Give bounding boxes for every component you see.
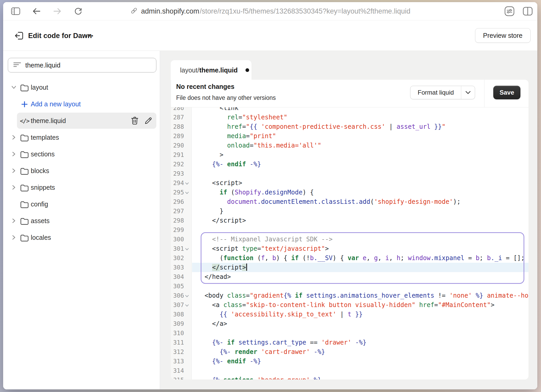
folder-icon	[20, 83, 29, 92]
line-number: 310	[171, 328, 192, 338]
code-line-293[interactable]: 293	[171, 169, 528, 178]
code-text: <!-- Mixpanel Javascript SDK -->	[192, 235, 528, 244]
code-line-299[interactable]: 299	[171, 225, 528, 235]
file-tree: layoutAdd a new layout</>theme.liquidtem…	[3, 79, 160, 246]
pencil-icon[interactable]	[144, 117, 152, 125]
code-line-290[interactable]: 290 onload="this.media='all'"	[171, 141, 528, 150]
code-line-297[interactable]: 297 }	[171, 206, 528, 216]
line-number: 287	[171, 113, 192, 122]
sidebar-folder-snippets[interactable]: snippets	[3, 179, 160, 196]
code-line-287[interactable]: 287 rel="stylesheet"	[171, 113, 528, 122]
sidebar-folder-layout[interactable]: layout	[3, 79, 160, 96]
code-line-288[interactable]: 288 href="{{ 'component-predictive-searc…	[171, 122, 528, 131]
chevron-right-icon[interactable]	[10, 217, 17, 224]
chevron-right-icon[interactable]	[10, 184, 17, 191]
save-button[interactable]: Save	[493, 86, 520, 99]
code-line-303[interactable]: 303 </script>	[171, 263, 528, 272]
format-liquid-label: Format liquid	[410, 89, 461, 96]
sidebar-item-label: templates	[31, 129, 59, 145]
sidebar-folder-blocks[interactable]: blocks	[3, 163, 160, 179]
code-line-286[interactable]: 286 <link	[171, 107, 528, 113]
editor-main: layout/theme.liquid No recent changes Fi…	[160, 51, 537, 389]
sidebar-item-label: theme.liquid	[31, 113, 66, 129]
split-view-icon[interactable]	[522, 6, 533, 16]
sidebar-folder-config[interactable]: config	[3, 196, 160, 213]
sidebar-folder-templates[interactable]: templates	[3, 129, 160, 146]
line-number: 292	[171, 160, 192, 169]
line-number: 305	[171, 281, 192, 291]
back-icon[interactable]	[31, 6, 42, 16]
code-line-309[interactable]: 309 </a>	[171, 319, 528, 328]
chevron-right-icon[interactable]	[10, 167, 17, 174]
code-text	[192, 328, 528, 338]
file-search[interactable]	[8, 58, 156, 72]
chevron-down-icon[interactable]	[461, 86, 475, 99]
code-editor[interactable]: 286 <link287 rel="stylesheet"288 href="{…	[171, 107, 528, 379]
code-line-314[interactable]: 314	[171, 366, 528, 375]
sidebar-item-label: layout	[31, 79, 48, 95]
version-status-bar: No recent changes File does not have any…	[171, 80, 528, 107]
code-line-298[interactable]: 298 </script>	[171, 216, 528, 225]
chevron-right-icon[interactable]	[10, 234, 17, 241]
forward-icon[interactable]	[52, 6, 63, 16]
trash-icon[interactable]	[131, 117, 139, 125]
code-text: {{ 'accessibility.skip_to_text' | t }}	[192, 310, 528, 319]
sidebar-file-theme-liquid[interactable]: </>theme.liquid	[3, 113, 160, 129]
code-line-301[interactable]: 301 <script type="text/javascript">	[171, 244, 528, 253]
code-line-313[interactable]: 313 {%- endif -%}	[171, 357, 528, 366]
code-line-295[interactable]: 295 if (Shopify.designMode) {	[171, 188, 528, 197]
format-liquid-button[interactable]: Format liquid	[410, 86, 475, 99]
code-line-305[interactable]: 305	[171, 281, 528, 291]
url-path: /store/rzq1xu-f5/themes/132683530345?key…	[200, 7, 410, 15]
preview-store-button[interactable]: Preview store	[475, 28, 531, 43]
code-line-292[interactable]: 292 {%- endif -%}	[171, 160, 528, 169]
code-line-304[interactable]: 304 </head>	[171, 272, 528, 281]
code-line-291[interactable]: 291 >	[171, 150, 528, 160]
line-number: 300	[171, 235, 192, 244]
code-lines: 286 <link287 rel="stylesheet"288 href="{…	[171, 107, 528, 379]
code-line-307[interactable]: 307 <a class="skip-to-content-link butto…	[171, 300, 528, 310]
code-line-306[interactable]: 306 <body class="gradient{% if settings.…	[171, 291, 528, 300]
code-line-312[interactable]: 312 {%- render 'cart-drawer' -%}	[171, 347, 528, 357]
folder-icon	[20, 200, 29, 209]
code-text: }	[192, 206, 528, 216]
chevron-down-icon[interactable]	[10, 84, 17, 91]
sidebar-folder-sections[interactable]: sections	[3, 146, 160, 163]
reload-icon[interactable]	[73, 6, 83, 16]
line-number: 311	[171, 338, 192, 347]
exit-editor-icon[interactable]	[14, 30, 24, 41]
search-input[interactable]	[25, 62, 140, 69]
more-options-button[interactable]	[83, 30, 96, 41]
tab-theme-liquid[interactable]: layout/theme.liquid	[171, 60, 251, 80]
code-line-308[interactable]: 308 {{ 'accessibility.skip_to_text' | t …	[171, 310, 528, 319]
sidebar-item-label: blocks	[31, 163, 49, 179]
code-text: media="print"	[192, 131, 528, 141]
code-line-294[interactable]: 294 <script>	[171, 178, 528, 188]
page-settings-icon[interactable]	[504, 6, 515, 16]
chevron-right-icon[interactable]	[10, 134, 17, 141]
code-text	[192, 366, 528, 375]
sidebar-folder-locales[interactable]: locales	[3, 229, 160, 246]
line-number: 303	[171, 263, 192, 272]
code-line-289[interactable]: 289 media="print"	[171, 131, 528, 141]
code-line-311[interactable]: 311 {%- if settings.cart_type == 'drawer…	[171, 338, 528, 347]
sidebar-toggle-icon[interactable]	[10, 6, 21, 16]
line-number: 294	[171, 178, 192, 188]
code-line-302[interactable]: 302 (function (f, b) { if (!b.__SV) { va…	[171, 253, 528, 263]
line-number: 312	[171, 347, 192, 357]
line-number: 304	[171, 272, 192, 281]
code-line-315[interactable]: 315 {% sections 'header-group' %}	[171, 375, 528, 379]
sidebar-action-add-a-new-layout[interactable]: Add a new layout	[3, 96, 160, 113]
sidebar-folder-assets[interactable]: assets	[3, 213, 160, 229]
code-text: <body class="gradient{% if settings.anim…	[192, 291, 528, 300]
code-line-310[interactable]: 310	[171, 328, 528, 338]
file-sidebar: layoutAdd a new layout</>theme.liquidtem…	[3, 51, 160, 389]
fold-chevron-icon	[185, 304, 189, 307]
line-number: 315	[171, 375, 192, 379]
code-line-296[interactable]: 296 document.documentElement.classList.a…	[171, 197, 528, 206]
line-number: 302	[171, 253, 192, 263]
chevron-right-icon[interactable]	[10, 151, 17, 157]
code-text: if (Shopify.designMode) {	[192, 188, 528, 197]
address-bar[interactable]: admin.shopify.com/store/rzq1xu-f5/themes…	[130, 2, 410, 20]
code-line-300[interactable]: 300 <!-- Mixpanel Javascript SDK -->	[171, 235, 528, 244]
